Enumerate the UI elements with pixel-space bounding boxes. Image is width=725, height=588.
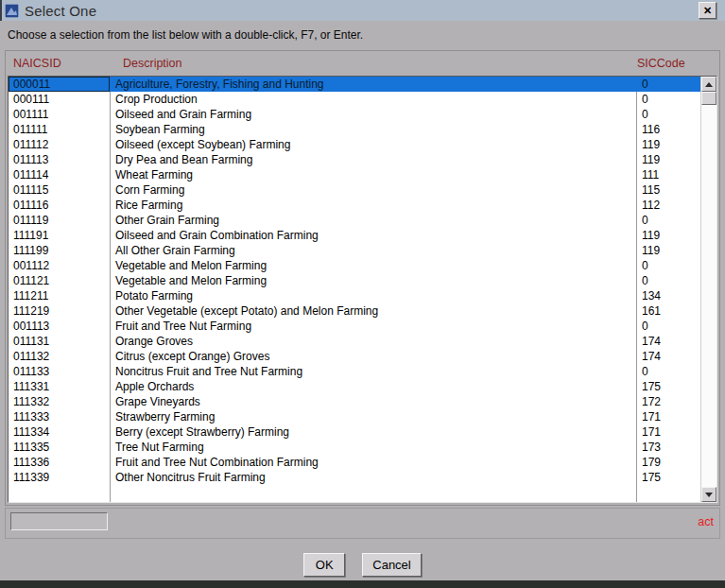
status-text: act <box>698 515 714 528</box>
table-row[interactable]: 000111Crop Production0 <box>9 92 700 107</box>
table-row[interactable]: 011131Orange Groves174 <box>9 334 700 349</box>
ok-button[interactable]: OK <box>303 553 345 577</box>
close-icon[interactable]: ✕ <box>699 2 716 19</box>
cell-siccode: 0 <box>636 258 700 273</box>
cell-naicsid: 001112 <box>9 258 110 273</box>
table-row[interactable]: 011113Dry Pea and Bean Farming119 <box>9 152 700 167</box>
table-row[interactable]: 001111Oilseed and Grain Farming0 <box>9 107 700 122</box>
table-row[interactable]: 111332Grape Vineyards172 <box>9 394 700 409</box>
cell-siccode: 0 <box>636 364 700 379</box>
cell-naicsid: 011115 <box>9 182 110 198</box>
scrollbar-track[interactable] <box>701 105 716 487</box>
dialog-title: Select One <box>25 3 96 19</box>
scrollbar-thumb[interactable] <box>701 92 716 105</box>
cell-siccode: 174 <box>636 349 700 364</box>
cell-naicsid: 001113 <box>9 319 110 334</box>
table-row[interactable]: 011133Noncitrus Fruit and Tree Nut Farmi… <box>9 364 700 379</box>
cell-naicsid: 011111 <box>9 122 110 137</box>
cell-description: Fruit and Tree Nut Combination Farming <box>110 455 636 470</box>
column-header-naicsid[interactable]: NAICSID <box>6 57 110 70</box>
cell-naicsid: 000111 <box>9 92 110 107</box>
cell-siccode: 0 <box>636 92 700 107</box>
cell-description: Potato Farming <box>110 288 636 303</box>
cell-siccode: 175 <box>636 470 700 485</box>
cell-description: Other Noncitrus Fruit Farming <box>110 470 636 485</box>
table-row[interactable]: 111331Apple Orchards175 <box>9 379 700 394</box>
cell-naicsid: 000011 <box>9 77 110 92</box>
table-row[interactable]: 011121Vegetable and Melon Farming0 <box>9 273 700 288</box>
cell-siccode: 119 <box>636 152 700 167</box>
cell-naicsid: 111191 <box>9 228 110 243</box>
cell-description: Oilseed and Grain Combination Farming <box>110 228 636 243</box>
cell-naicsid: 111335 <box>9 440 110 455</box>
table-row[interactable]: 111199All Other Grain Farming119 <box>9 243 700 258</box>
cell-description: Tree Nut Farming <box>110 440 636 455</box>
table-row[interactable]: 011114Wheat Farming111 <box>9 167 700 182</box>
table-row[interactable]: 111333Strawberry Farming171 <box>9 409 700 424</box>
table-row[interactable]: 011119Other Grain Farming0 <box>9 213 700 228</box>
cell-siccode: 179 <box>636 455 700 470</box>
dialog-titlebar: Select One ✕ <box>0 0 725 21</box>
table-row[interactable]: 011111Soybean Farming116 <box>9 122 700 137</box>
table-row[interactable]: 011132Citrus (except Orange) Groves174 <box>9 349 700 364</box>
cell-description: Wheat Farming <box>110 167 636 182</box>
scroll-down-icon[interactable] <box>701 487 716 502</box>
scroll-up-icon[interactable] <box>701 77 716 92</box>
cell-description: All Other Grain Farming <box>110 243 636 258</box>
table-row[interactable]: 111339Other Noncitrus Fruit Farming175 <box>9 470 700 485</box>
cell-naicsid: 011114 <box>9 167 110 182</box>
cell-siccode: 115 <box>636 182 700 198</box>
cell-siccode: 174 <box>636 334 700 349</box>
vertical-scrollbar[interactable] <box>700 77 716 502</box>
column-header-description[interactable]: Description <box>110 57 633 70</box>
cell-siccode: 116 <box>636 122 700 137</box>
table-body: 000011Agriculture, Forestry, Fishing and… <box>9 77 700 502</box>
cancel-button[interactable]: Cancel <box>362 553 421 577</box>
cell-siccode: 119 <box>636 228 700 243</box>
cell-description: Oilseed (except Soybean) Farming <box>110 137 636 152</box>
table-row[interactable]: 001113Fruit and Tree Nut Farming0 <box>9 319 700 334</box>
table-row[interactable]: 111191Oilseed and Grain Combination Farm… <box>9 228 700 243</box>
cell-naicsid: 011116 <box>9 198 110 213</box>
cell-description: Dry Pea and Bean Farming <box>110 152 636 167</box>
cell-description: Citrus (except Orange) Groves <box>110 349 636 364</box>
cell-description: Crop Production <box>110 92 636 107</box>
cell-siccode: 119 <box>636 137 700 152</box>
cell-siccode: 175 <box>636 379 700 394</box>
app-chart-icon <box>5 4 19 18</box>
cell-description: Oilseed and Grain Farming <box>110 107 636 122</box>
cell-description: Vegetable and Melon Farming <box>110 258 636 273</box>
table-row[interactable]: 011116Rice Farming112 <box>9 198 700 213</box>
cell-naicsid: 011131 <box>9 334 110 349</box>
cell-naicsid: 011119 <box>9 213 110 228</box>
cell-description: Berry (except Strawberry) Farming <box>110 424 636 440</box>
cell-siccode: 0 <box>636 77 700 92</box>
cell-siccode: 0 <box>636 273 700 288</box>
filter-input[interactable] <box>10 512 108 530</box>
table-row[interactable]: 111211Potato Farming134 <box>9 288 700 303</box>
table-row[interactable]: 011112Oilseed (except Soybean) Farming11… <box>9 137 700 152</box>
table-row[interactable]: 011115Corn Farming115 <box>9 182 700 198</box>
cell-description: Other Grain Farming <box>110 213 636 228</box>
cell-naicsid: 011112 <box>9 137 110 152</box>
window-edge-strip <box>0 580 725 588</box>
cell-siccode: 0 <box>636 213 700 228</box>
cell-naicsid: 111211 <box>9 288 110 303</box>
table-row[interactable]: 001112Vegetable and Melon Farming0 <box>9 258 700 273</box>
column-header-siccode[interactable]: SICCode <box>633 57 719 70</box>
table-header-row: NAICSID Description SICCode <box>6 51 719 76</box>
cell-siccode: 111 <box>636 167 700 182</box>
cell-siccode: 173 <box>636 440 700 455</box>
table-row[interactable]: 000011Agriculture, Forestry, Fishing and… <box>9 77 700 92</box>
table-row[interactable]: 111219Other Vegetable (except Potato) an… <box>9 303 700 319</box>
cell-description: Noncitrus Fruit and Tree Nut Farming <box>110 364 636 379</box>
table-row[interactable]: 111334Berry (except Strawberry) Farming1… <box>9 424 700 440</box>
cell-siccode: 172 <box>636 394 700 409</box>
table-row[interactable]: 111335Tree Nut Farming173 <box>9 440 700 455</box>
table-row[interactable]: 111336Fruit and Tree Nut Combination Far… <box>9 455 700 470</box>
cell-naicsid: 011133 <box>9 364 110 379</box>
cell-naicsid: 111219 <box>9 303 110 319</box>
cell-naicsid: 111336 <box>9 455 110 470</box>
cell-siccode: 161 <box>636 303 700 319</box>
cell-description: Agriculture, Forestry, Fishing and Hunti… <box>110 77 636 92</box>
